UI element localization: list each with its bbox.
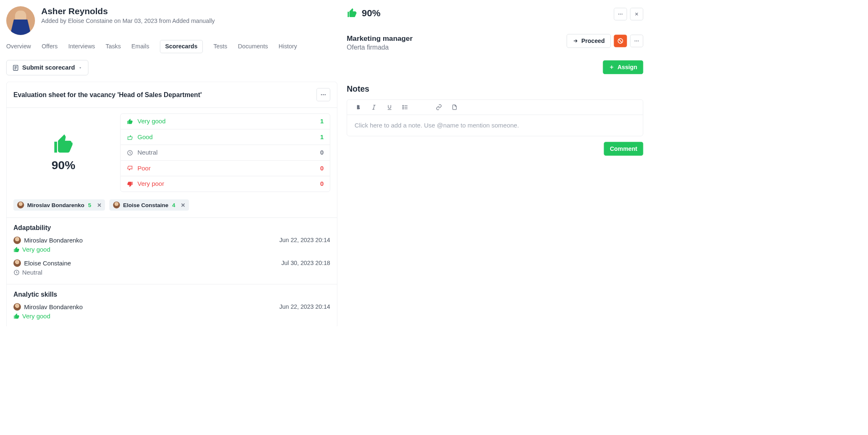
reviewer-name: Eloise Constaine <box>24 260 71 267</box>
reviewer-count: 5 <box>88 202 92 208</box>
clock-icon <box>13 269 20 275</box>
criterion-title: Analytic skills <box>13 291 330 298</box>
italic-icon <box>371 104 377 110</box>
rating-label: Neutral <box>137 149 157 156</box>
rating-row-very-good: Very good1 <box>121 114 330 130</box>
thumb-up-icon <box>52 133 75 155</box>
rating-row-very-poor: Very poor0 <box>121 176 330 192</box>
proceed-label: Proceed <box>581 38 605 45</box>
remove-chip-button[interactable]: ✕ <box>97 202 102 208</box>
candidate-meta: Added by Eloise Constaine on Mar 03, 202… <box>41 18 215 25</box>
review-item: Miroslav BondarenkoJun 22, 2023 20:14Ver… <box>13 237 330 253</box>
tab-emails[interactable]: Emails <box>132 40 150 53</box>
tab-documents[interactable]: Documents <box>238 40 268 53</box>
submit-scorecard-label: Submit scorecard <box>22 64 75 71</box>
review-rating-label: Very good <box>22 312 50 320</box>
reviewer-name: Miroslav Bondarenko <box>24 303 83 310</box>
position-stage: Oferta firmada <box>347 43 413 51</box>
comment-button[interactable]: Comment <box>604 142 643 156</box>
rating-row-good: Good1 <box>121 130 330 145</box>
svg-point-14 <box>403 107 404 108</box>
notes-editor: Click here to add a note. Use @name to m… <box>347 100 644 137</box>
remove-chip-button[interactable]: ✕ <box>181 202 185 208</box>
more-horizontal-icon <box>634 38 640 44</box>
thumb-up-icon <box>127 118 133 125</box>
tabs: OverviewOffersInterviewsTasksEmailsScore… <box>6 40 337 53</box>
link-button[interactable] <box>435 104 443 110</box>
more-horizontal-icon <box>320 92 327 98</box>
thumb-down-outline-icon <box>127 165 133 171</box>
candidate-name: Asher Reynolds <box>41 6 215 16</box>
rating-label: Good <box>137 133 153 140</box>
tab-offers[interactable]: Offers <box>42 40 58 53</box>
card-title: Evaluation sheet for the vacancy 'Head o… <box>13 91 202 98</box>
panel-more-button[interactable] <box>614 8 627 20</box>
overall-score: 90% <box>13 133 113 172</box>
thumb-up-icon <box>347 8 358 19</box>
avatar <box>13 260 21 267</box>
avatar <box>13 237 21 244</box>
rating-summary-table: Very good1 Good1 Neutral0 Poor0 Very poo… <box>120 113 330 192</box>
rating-count: 0 <box>320 149 324 156</box>
link-icon <box>436 104 442 110</box>
underline-icon <box>387 104 393 110</box>
score-percentage: 90% <box>52 158 75 172</box>
rating-row-poor: Poor0 <box>121 161 330 177</box>
attach-button[interactable] <box>451 104 458 110</box>
position-title: Marketing manager <box>347 34 413 42</box>
criterion-section: AdaptabilityMiroslav BondarenkoJun 22, 2… <box>7 218 337 284</box>
tab-interviews[interactable]: Interviews <box>68 40 95 53</box>
avatar <box>113 202 120 209</box>
tab-tasks[interactable]: Tasks <box>106 40 121 53</box>
chevron-down-icon <box>78 65 82 70</box>
candidate-avatar <box>6 6 35 35</box>
tab-overview[interactable]: Overview <box>6 40 31 53</box>
rating-label: Very poor <box>137 180 164 188</box>
reviewer-chip[interactable]: Miroslav Bondarenko 5✕ <box>13 200 105 211</box>
thumb-up-outline-icon <box>127 134 133 140</box>
underline-button[interactable] <box>386 104 393 110</box>
file-icon <box>451 104 458 110</box>
position-more-button[interactable] <box>630 35 644 47</box>
svg-point-7 <box>620 14 621 15</box>
criterion-section: Analytic skillsMiroslav BondarenkoJun 22… <box>7 284 337 326</box>
card-more-button[interactable] <box>317 88 330 102</box>
bold-icon <box>355 104 362 110</box>
avatar <box>13 303 21 311</box>
review-item: Miroslav BondarenkoJun 22, 2023 20:14Ver… <box>13 303 330 320</box>
thumb-down-icon <box>127 181 133 187</box>
assign-label: Assign <box>617 64 637 71</box>
review-timestamp: Jul 30, 2023 20:18 <box>281 260 330 267</box>
rating-count: 1 <box>320 118 324 125</box>
submit-scorecard-button[interactable]: Submit scorecard <box>6 60 88 75</box>
bold-button[interactable] <box>354 104 362 110</box>
svg-point-10 <box>634 40 635 41</box>
review-rating-label: Neutral <box>22 269 42 276</box>
rating-label: Poor <box>137 165 151 172</box>
rating-count: 0 <box>320 180 324 188</box>
list-icon <box>402 104 408 110</box>
reviewer-chip[interactable]: Eloise Constaine 4✕ <box>110 200 189 211</box>
bullet-list-button[interactable] <box>402 104 409 110</box>
avatar <box>17 202 24 209</box>
assign-button[interactable]: Assign <box>603 60 643 74</box>
proceed-button[interactable]: Proceed <box>567 34 611 48</box>
close-icon <box>634 12 639 17</box>
right-score-pct: 90% <box>362 8 381 19</box>
comment-label: Comment <box>610 145 637 152</box>
reject-button[interactable] <box>614 35 627 47</box>
reviewer-name: Miroslav Bondarenko <box>27 202 84 208</box>
tab-scorecards[interactable]: Scorecards <box>160 40 203 53</box>
evaluation-card: Evaluation sheet for the vacancy 'Head o… <box>6 82 337 326</box>
svg-point-8 <box>621 14 622 15</box>
more-horizontal-icon <box>618 11 624 17</box>
italic-button[interactable] <box>370 104 378 110</box>
tab-history[interactable]: History <box>279 40 297 53</box>
svg-point-3 <box>324 94 326 95</box>
panel-close-button[interactable] <box>630 8 644 20</box>
tab-tests[interactable]: Tests <box>213 40 227 53</box>
svg-point-6 <box>618 14 619 15</box>
svg-point-2 <box>323 94 324 95</box>
svg-point-15 <box>403 108 404 109</box>
notes-input[interactable]: Click here to add a note. Use @name to m… <box>347 115 643 136</box>
